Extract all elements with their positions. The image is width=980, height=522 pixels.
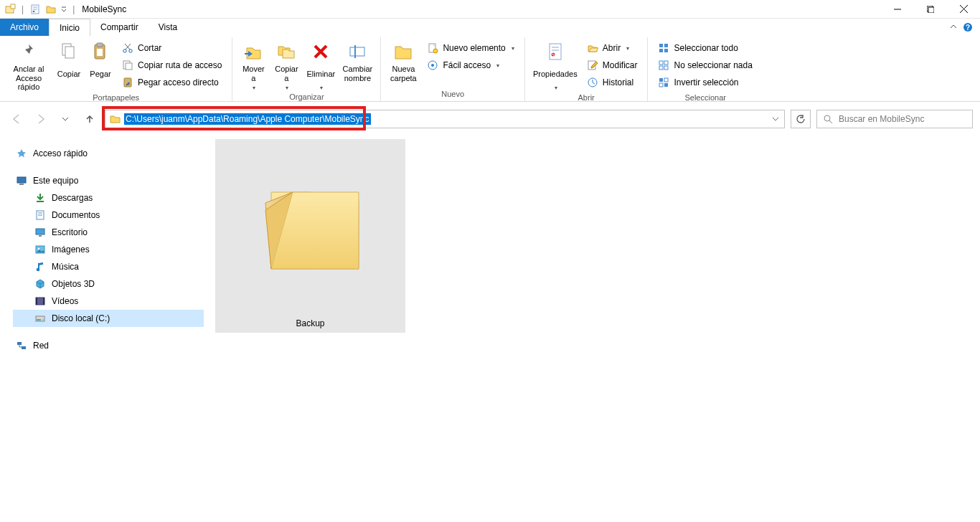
select-none-button[interactable]: No seleccionar nada [655, 57, 755, 73]
sidebar-local-disk[interactable]: Disco local (C:) [13, 310, 204, 327]
up-button[interactable] [80, 110, 99, 128]
disk-icon [34, 313, 46, 324]
ribbon-group-label: Abrir [525, 93, 648, 103]
network-icon [16, 340, 27, 351]
rename-button[interactable]: Cambiar nombre [339, 39, 376, 83]
svg-rect-46 [664, 61, 668, 65]
search-box[interactable]: Buscar en MobileSync [816, 110, 973, 128]
svg-point-64 [38, 248, 40, 250]
maximize-button[interactable] [914, 0, 947, 19]
copy-path-icon [122, 60, 133, 71]
svg-rect-68 [43, 298, 44, 305]
sidebar-pictures[interactable]: Imágenes [13, 241, 204, 258]
history-button[interactable]: Historial [584, 75, 641, 90]
svg-rect-70 [37, 319, 41, 321]
properties-qat-icon[interactable] [28, 2, 42, 16]
copy-path-button[interactable]: Copiar ruta de acceso [119, 57, 225, 73]
ribbon-collapse-icon[interactable] [950, 24, 957, 31]
move-to-button[interactable]: Mover a▾ [237, 39, 270, 91]
qat-separator: | [22, 4, 24, 14]
new-folder-qat-icon[interactable] [3, 2, 17, 16]
svg-point-31 [433, 49, 438, 53]
pictures-icon [34, 244, 46, 255]
folder-large-icon [215, 139, 405, 317]
file-list[interactable]: Backup [208, 132, 980, 522]
music-icon [34, 261, 46, 272]
sidebar-documents[interactable]: Documentos [13, 207, 204, 224]
tab-file[interactable]: Archivo [0, 19, 49, 36]
sidebar-music[interactable]: Música [13, 258, 204, 275]
sidebar-this-pc[interactable]: Este equipo [13, 172, 204, 189]
svg-point-20 [129, 49, 132, 52]
delete-button[interactable]: Eliminar▾ [303, 39, 339, 91]
ribbon: Anclar al Acceso rápido Copiar Pegar Cor… [0, 36, 980, 102]
address-dropdown-icon[interactable] [767, 115, 784, 123]
back-button[interactable] [7, 110, 26, 128]
new-item-button[interactable]: Nuevo elemento▾ [424, 40, 517, 56]
copy-to-button[interactable]: Copiar a▾ [270, 39, 303, 91]
svg-rect-48 [664, 66, 668, 70]
sidebar-3d-objects[interactable]: Objetos 3D [13, 275, 204, 293]
folder-item-label: Backup [296, 318, 324, 328]
close-button[interactable] [947, 0, 980, 19]
ribbon-group-new: Nueva carpeta Nuevo elemento▾ Fácil acce… [381, 37, 524, 101]
sidebar-quick-access[interactable]: Acceso rápido [13, 145, 204, 162]
folder-item[interactable]: Backup [215, 139, 405, 333]
copy-to-icon [275, 40, 298, 63]
sidebar-network[interactable]: Red [13, 337, 204, 354]
forward-button[interactable] [32, 110, 50, 128]
ribbon-group-label: Organizar [232, 92, 380, 103]
refresh-button[interactable] [791, 110, 811, 128]
copy-button[interactable]: Copiar [53, 39, 85, 83]
svg-rect-41 [659, 44, 663, 47]
pin-quick-access-button[interactable]: Anclar al Acceso rápido [4, 39, 53, 92]
address-path[interactable]: C:\Users\juanm\AppData\Roaming\Apple Com… [124, 113, 371, 125]
copy-icon [57, 40, 80, 63]
svg-rect-18 [97, 49, 103, 56]
tab-view[interactable]: Vista [149, 19, 187, 36]
svg-point-5 [33, 10, 35, 12]
svg-point-65 [37, 268, 40, 272]
pc-icon [16, 175, 27, 186]
svg-rect-42 [664, 44, 668, 47]
qat-dropdown-icon[interactable] [60, 2, 68, 16]
open-icon [587, 42, 598, 54]
documents-icon [34, 209, 46, 221]
folder-qat-icon[interactable] [44, 2, 58, 16]
cut-button[interactable]: Cortar [119, 40, 225, 56]
pin-icon [17, 40, 40, 63]
minimize-button[interactable] [881, 0, 914, 19]
tab-home[interactable]: Inicio [49, 19, 90, 36]
paste-button[interactable]: Pegar [85, 39, 116, 83]
recent-locations-button[interactable] [56, 110, 75, 128]
paste-shortcut-button[interactable]: Pegar acceso directo [119, 75, 225, 90]
edit-icon [587, 60, 598, 71]
svg-rect-50 [664, 78, 668, 82]
svg-line-22 [125, 44, 130, 49]
invert-selection-icon [658, 77, 669, 88]
svg-rect-25 [124, 78, 131, 87]
sidebar-desktop[interactable]: Escritorio [13, 224, 204, 241]
svg-rect-9 [928, 7, 934, 13]
main-area: Acceso rápido Este equipo Descargas Docu… [0, 132, 980, 522]
open-button[interactable]: Abrir▾ [584, 40, 641, 56]
svg-rect-45 [659, 61, 663, 65]
properties-button[interactable]: Propiedades▾ [529, 39, 581, 91]
svg-rect-56 [19, 184, 24, 185]
tab-share[interactable]: Compartir [90, 19, 149, 36]
svg-line-54 [829, 120, 832, 123]
new-folder-button[interactable]: Nueva carpeta [385, 39, 421, 83]
svg-rect-55 [17, 177, 26, 183]
move-to-icon [242, 40, 265, 63]
delete-icon [309, 40, 332, 63]
select-all-button[interactable]: Seleccionar todo [655, 40, 755, 56]
invert-selection-button[interactable]: Invertir selección [655, 75, 755, 90]
edit-button[interactable]: Modificar [584, 57, 641, 73]
address-bar[interactable]: C:\Users\juanm\AppData\Roaming\Apple Com… [105, 110, 785, 128]
sidebar-downloads[interactable]: Descargas [13, 189, 204, 207]
ribbon-group-select: Seleccionar todo No seleccionar nada Inv… [648, 37, 762, 101]
sidebar-videos[interactable]: Vídeos [13, 293, 204, 310]
help-icon[interactable]: ? [963, 22, 973, 32]
easy-access-button[interactable]: Fácil acceso▾ [424, 57, 517, 73]
svg-rect-24 [126, 63, 132, 70]
